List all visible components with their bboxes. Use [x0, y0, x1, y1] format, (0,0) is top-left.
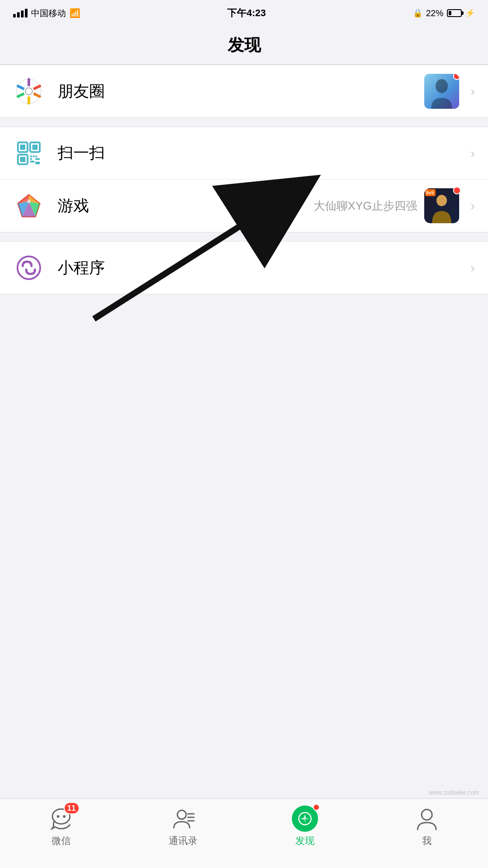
- discover-icon: [297, 811, 313, 827]
- scan-right: ›: [466, 146, 475, 161]
- svg-point-35: [177, 810, 186, 819]
- section-gap-1: [0, 118, 488, 127]
- tab-wechat-icon-wrap: 11: [48, 806, 74, 832]
- svg-rect-16: [30, 161, 35, 163]
- svg-rect-11: [30, 156, 32, 157]
- menu-item-scan[interactable]: 扫一扫 ›: [0, 127, 488, 180]
- menu-section-3: 小程序 ›: [0, 241, 488, 294]
- scan-chevron: ›: [471, 146, 475, 161]
- watermark: www.zaibaike.com: [429, 789, 479, 796]
- game-chevron: ›: [471, 198, 475, 213]
- menu-item-moments[interactable]: 朋友圈: [0, 65, 488, 118]
- tab-item-wechat[interactable]: 11 微信: [0, 806, 122, 847]
- page-title-bar: 发现: [0, 26, 488, 65]
- tab-me-label: 我: [422, 834, 432, 847]
- svg-rect-13: [35, 156, 37, 157]
- tab-wechat-label: 微信: [52, 834, 71, 847]
- moments-chevron: ›: [471, 84, 475, 99]
- tab-item-me[interactable]: 我: [366, 806, 488, 847]
- svg-rect-6: [20, 145, 25, 150]
- menu-item-game[interactable]: 游戏 大仙聊XYG止步四强: [0, 180, 488, 232]
- moments-right: ›: [424, 74, 475, 109]
- tab-contacts-label: 通讯录: [169, 834, 197, 847]
- menu-item-miniapp[interactable]: 小程序 ›: [0, 242, 488, 294]
- scan-label: 扫一扫: [58, 142, 466, 164]
- svg-rect-17: [35, 162, 40, 164]
- section-gap-2: [0, 232, 488, 241]
- miniapp-right: ›: [466, 260, 475, 275]
- game-thumbnail-wrap: 5v5: [424, 188, 459, 223]
- game-right: 大仙聊XYG止步四强: [314, 188, 475, 223]
- scan-icon-wrap: [13, 138, 45, 169]
- empty-gray-area: [0, 294, 488, 688]
- tab-me-icon-wrap: [414, 806, 440, 832]
- tab-contacts-icon-wrap: [170, 806, 196, 832]
- menu-section-2: 扫一扫 › 游戏 大仙聊XYG止步四强: [0, 127, 488, 232]
- signal-icon: [13, 9, 28, 17]
- battery-icon: [447, 9, 462, 17]
- tab-discover-icon-wrap: [292, 806, 318, 832]
- tab-item-discover[interactable]: 发现: [244, 806, 366, 847]
- menu-section-1: 朋友圈: [0, 65, 488, 118]
- miniapp-icon-wrap: [13, 252, 45, 284]
- miniapp-icon: [16, 255, 42, 281]
- svg-point-33: [57, 815, 59, 818]
- status-time: 下午4:23: [227, 7, 266, 20]
- page-title: 发现: [228, 34, 261, 56]
- svg-rect-12: [33, 156, 35, 157]
- tab-discover-label: 发现: [295, 834, 315, 847]
- contacts-icon: [171, 807, 195, 830]
- tab-wechat-badge: 11: [64, 802, 80, 814]
- battery-percent: 22%: [426, 8, 443, 18]
- svg-rect-15: [35, 158, 40, 160]
- miniapp-label: 小程序: [58, 257, 466, 279]
- game-sub-text: 大仙聊XYG止步四强: [314, 198, 417, 214]
- svg-point-34: [63, 815, 66, 818]
- wifi-icon: 📶: [69, 8, 80, 18]
- svg-point-26: [436, 195, 447, 206]
- bolt-icon: ⚡: [465, 8, 475, 18]
- tab-item-contacts[interactable]: 通讯录: [122, 806, 244, 847]
- svg-point-24: [27, 200, 31, 203]
- game-thumbnail: 5v5: [424, 188, 459, 223]
- svg-point-29: [17, 256, 40, 279]
- lock-icon: 🔒: [413, 8, 422, 18]
- moments-icon-wrap: [13, 76, 45, 107]
- carrier-text: 中国移动: [31, 7, 66, 19]
- svg-rect-14: [30, 158, 32, 160]
- svg-rect-10: [20, 157, 25, 162]
- moments-thumbnail: [424, 74, 459, 109]
- game-icon-wrap: [13, 190, 45, 221]
- svg-point-4: [436, 79, 448, 93]
- tab-bar: 11 微信 通讯录: [0, 798, 488, 868]
- moments-label: 朋友圈: [58, 81, 424, 102]
- game-icon: [16, 193, 42, 219]
- svg-rect-8: [32, 145, 38, 150]
- moments-icon: [16, 78, 42, 104]
- game-notif-dot: [453, 187, 461, 194]
- scan-icon: [16, 140, 42, 166]
- me-icon: [415, 807, 439, 830]
- status-bar: 中国移动 📶 下午4:23 🔒 22% ⚡: [0, 0, 488, 26]
- svg-point-40: [422, 809, 432, 820]
- tab-discover-dot: [313, 804, 320, 811]
- game-label: 游戏: [58, 195, 314, 217]
- status-left: 中国移动 📶: [13, 7, 80, 19]
- svg-text:5v5: 5v5: [426, 190, 434, 195]
- miniapp-chevron: ›: [471, 260, 475, 275]
- status-right: 🔒 22% ⚡: [413, 8, 475, 18]
